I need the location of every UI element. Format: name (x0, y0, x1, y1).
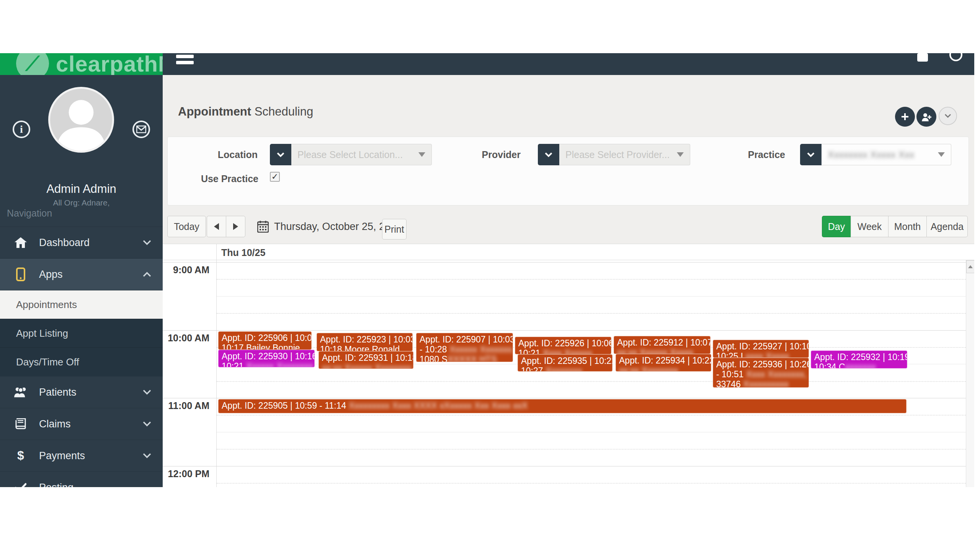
add-patient-button[interactable] (916, 107, 936, 127)
calendar-header-row: Thu 10/25 (163, 244, 974, 260)
appointment-block[interactable]: Appt. ID: 225926 | 10:0610:21 Xxxx Xxxxx… (515, 337, 611, 354)
appointment-text-line: 10:21 Xxxxxx Xxxxxxxx (222, 361, 311, 367)
hour-label: 9:00 AM (163, 264, 209, 276)
appointment-block[interactable]: Appt. ID: 225931 | 10:18xx:xx Xxxxxx Xxx… (318, 351, 413, 369)
appointment-text-line: Appt. ID: 225936 | 10:26 (716, 359, 805, 369)
appointment-text-line: Appt. ID: 225905 | 10:59 - 11:14 Xxxxxxx… (222, 401, 903, 411)
appointment-text-line: Appt. ID: 225927 | 10:10 (716, 341, 805, 351)
prev-day-button[interactable] (207, 216, 226, 237)
calendar-scrollbar[interactable] (966, 260, 974, 487)
appointment-block[interactable]: Appt. ID: 225932 | 10:1910:34 Cxxxxxxx (811, 350, 907, 368)
grid-line (217, 381, 966, 382)
prev-arrow-icon (214, 223, 219, 230)
grid-line (217, 449, 966, 450)
appointment-block[interactable]: Appt. ID: 225934 | 10:22xx:xx Xxxxxxxx (616, 354, 711, 372)
location-select[interactable]: Please Select Location... (291, 144, 432, 165)
appointment-text-line: 10:18 Moore Ronald (320, 344, 409, 351)
grid-line (217, 313, 966, 314)
appointment-text-line: Appt. ID: 225934 | 10:22 (619, 355, 708, 365)
user-org: All Org: Adnare, (0, 198, 163, 207)
sidebar-item-claims[interactable]: Claims (0, 408, 163, 440)
date-nav-group (207, 216, 245, 237)
view-tab-agenda[interactable]: Agenda (926, 216, 968, 237)
sidebar-item-days-time-off[interactable]: Days/Time Off (0, 347, 163, 376)
appointment-block[interactable]: Appt. ID: 225912 | 10:07xx:xx Xxxxxx Xxx… (614, 336, 710, 354)
view-tab-day[interactable]: Day (822, 216, 851, 237)
print-button[interactable]: Print (382, 219, 407, 240)
sidebar-item-appt-listing[interactable]: Appt Listing (0, 319, 163, 347)
grid-line (217, 279, 966, 280)
view-tab-week[interactable]: Week (851, 216, 888, 237)
calendar-grid[interactable]: 9:00 AM10:00 AM11:00 AM12:00 PMAppt. ID:… (163, 260, 966, 487)
sidebar-item-label: Payments (39, 450, 85, 462)
appointment-block[interactable]: Appt. ID: 225927 | 10:1010:25 Lxxxx Xxxx… (713, 340, 809, 358)
grid-line (217, 415, 966, 416)
sidebar-item-posting[interactable]: Posting (0, 471, 163, 487)
appointment-text-line: 10:17 Bailey Bonnie (222, 343, 308, 350)
view-tab-month[interactable]: Month (888, 216, 926, 237)
sidebar-item-label: Claims (39, 418, 71, 430)
chevron-down-icon (143, 390, 151, 395)
sidebar-item-patients[interactable]: Patients (0, 376, 163, 408)
sidebar-item-apps[interactable]: Apps (0, 258, 163, 290)
topbar (163, 53, 974, 75)
add-appointment-button[interactable] (895, 107, 915, 127)
scroll-up-arrow-icon (968, 265, 973, 268)
nav-section-label: Navigation (7, 208, 52, 219)
collapse-panel-button[interactable] (939, 107, 957, 125)
screenshot-canvas: ⟋ clearpathMD i Admin Admin All Org: Adn… (0, 0, 980, 551)
hour-label: 12:00 PM (163, 468, 209, 479)
dollar-icon: $ (14, 449, 28, 462)
appointment-text-line: 10:27 Xxxxxxxx (521, 366, 609, 372)
practice-chevron-button[interactable] (800, 144, 822, 165)
sidebar-item-label: Posting (39, 482, 74, 487)
use-practice-label: Use Practice (168, 173, 258, 184)
appointment-text-line: - 10:28 Xxxxxx Xxxxxxx, (420, 344, 510, 354)
sidebar: ⟋ clearpathMD i Admin Admin All Org: Adn… (0, 53, 163, 487)
use-practice-checkbox[interactable]: ✓ (270, 172, 280, 182)
dropdown-caret-icon (677, 152, 684, 157)
lock-icon[interactable] (916, 53, 929, 62)
info-icon[interactable]: i (13, 121, 30, 138)
appointment-text-line: 10:34 Cxxxxxxx (814, 362, 904, 368)
users-icon (14, 386, 28, 398)
power-icon[interactable] (948, 53, 964, 62)
grid-line (163, 466, 966, 466)
appointment-block[interactable]: Appt. ID: 225930 | 10:1610:21 Xxxxxx Xxx… (218, 350, 315, 367)
appointment-block[interactable]: Appt. ID: 225935 | 10:2210:27 Xxxxxxxx (518, 354, 612, 372)
appointment-block[interactable]: Appt. ID: 225906 | 10:0210:17 Bailey Bon… (218, 331, 312, 350)
scroll-up-button[interactable] (966, 260, 974, 273)
appointment-block[interactable]: Appt. ID: 225923 | 10:0310:18 Moore Rona… (317, 333, 413, 351)
appointment-text-line: Appt. ID: 225912 | 10:07 (617, 337, 707, 347)
hour-label: 10:00 AM (163, 333, 209, 344)
sidebar-item-payments[interactable]: $Payments (0, 440, 163, 471)
provider-select[interactable]: Please Select Provider... (559, 144, 690, 165)
appointment-text-line: - 10:51 Xxxx Xxxxxxxx, (716, 369, 805, 379)
today-button[interactable]: Today (167, 216, 206, 237)
user-name: Admin Admin (0, 182, 163, 196)
main-content: Appointment Scheduling Location Please S… (163, 75, 974, 487)
appointment-block[interactable]: Appt. ID: 225907 | 10:03- 10:28 Xxxxxx X… (416, 333, 513, 362)
messages-icon[interactable] (132, 121, 150, 138)
grid-line (217, 483, 966, 484)
page-title: Appointment Scheduling (178, 105, 313, 119)
appointment-block[interactable]: Appt. ID: 225905 | 10:59 - 11:14 Xxxxxxx… (218, 399, 906, 413)
logo-bar: ⟋ clearpathMD (0, 53, 163, 75)
appointment-block[interactable]: Appt. ID: 225936 | 10:26- 10:51 Xxxx Xxx… (713, 358, 809, 388)
grid-line (217, 296, 966, 297)
appointment-text-line: xx:xx Xxxxxx Xxxxxxxx (322, 363, 410, 369)
sidebar-item-dashboard[interactable]: Dashboard (0, 227, 163, 258)
location-chevron-button[interactable] (270, 144, 291, 165)
avatar[interactable] (48, 87, 114, 153)
view-switcher: Day Week Month Agenda (822, 216, 968, 237)
location-label: Location (172, 149, 258, 160)
sidebar-item-appointments[interactable]: Appointments (0, 290, 163, 319)
practice-select[interactable]: Xxxxxxxx Xxxxx Xxx (822, 144, 951, 165)
brand-logo[interactable]: ⟋ clearpathMD (16, 53, 163, 75)
provider-chevron-button[interactable] (538, 144, 559, 165)
appointment-text-line: Appt. ID: 225932 | 10:19 (814, 352, 904, 362)
calendar: Thu 10/25 9:00 AM10:00 AM11:00 AM12:00 P… (163, 244, 974, 487)
hamburger-menu-icon[interactable] (176, 53, 194, 61)
book-icon (14, 418, 28, 430)
next-day-button[interactable] (226, 216, 245, 237)
